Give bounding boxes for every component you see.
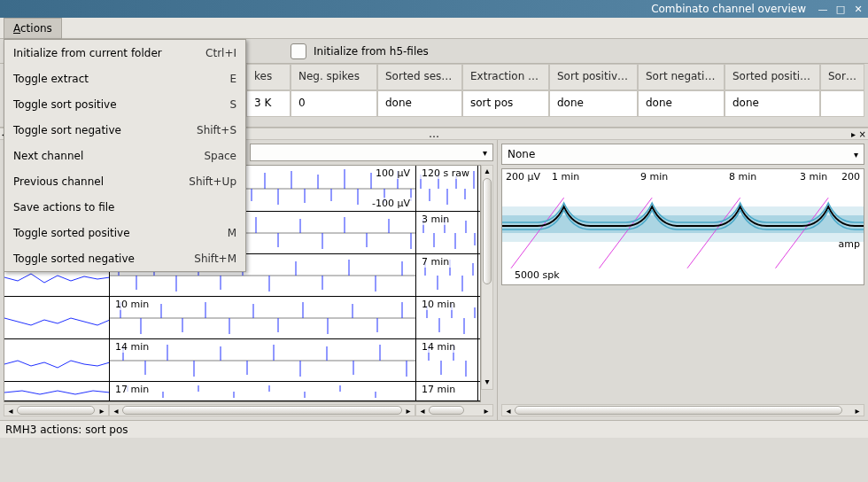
td-extraction-action: sort pos [462,90,549,117]
dd-shortcut: Shift+M [194,253,236,265]
amp-label: amp [839,238,860,250]
uv-label-pos: 100 µV [374,167,412,179]
spk-count-label: 5000 spk [515,269,560,281]
tick-label: 9 min [640,171,668,183]
th-extraction-action[interactable]: Extraction act [462,64,549,90]
dd-label: Toggle extract [13,73,229,85]
density-plot-icon [502,169,864,284]
td-sort-negative: done [638,90,725,117]
td-neg-spikes: 0 [291,90,377,117]
left-hscroll-1[interactable]: ◂▸ [4,404,109,416]
chevron-right-icon[interactable]: ▸ [96,406,108,416]
waveform-icon [4,339,109,381]
waveform-icon [4,297,109,338]
mini-time-label: 17 min [420,384,457,395]
dd-initialize-folder[interactable]: Initialize from current folder Ctrl+I [4,40,245,66]
mini-time-label: 10 min [420,299,457,310]
td-spikes: 3 K [246,90,291,117]
left-vscroll[interactable]: ▴ ▾ [481,165,493,390]
yaxis-bot-label: 200 [841,171,860,183]
dd-shortcut: M [228,227,236,239]
uv-label-neg: -100 µV [370,198,412,209]
status-bar: RMH3 actions: sort pos [0,420,868,438]
dd-label: Toggle sorted positive [13,227,228,239]
right-combo-value: None [508,148,535,160]
init-h5-checkbox[interactable] [291,43,306,59]
dd-toggle-sorted-positive[interactable]: Toggle sorted positive M [4,220,245,245]
chevron-down-icon[interactable]: ▾ [482,377,492,389]
maximize-icon[interactable]: □ [834,3,847,15]
chevron-up-icon[interactable]: ▴ [482,166,492,178]
chevron-down-icon: ▾ [483,148,487,158]
th-neg-spikes[interactable]: Neg. spikes [291,64,377,90]
minimize-icon[interactable]: — [817,3,829,15]
dd-toggle-extract[interactable]: Toggle extract E [4,66,245,91]
title-bar: Combinato channel overview — □ ✕ [0,0,868,18]
left-combo[interactable]: ▾ [250,144,493,161]
actions-menu[interactable]: Actions [4,18,62,39]
td-sorted-session: done [377,90,462,117]
left-hscroll-3[interactable]: ◂▸ [415,404,493,416]
chevron-right-icon[interactable]: ▸ [402,406,415,416]
time-label: 10 min [113,299,151,310]
raw-label: 120 s raw [420,167,471,179]
chevron-right-icon[interactable]: ▸ [851,406,864,416]
yaxis-top-label: 200 µV [506,171,540,183]
th-sorted-negative[interactable]: Sorted [820,64,864,90]
dd-label: Toggle sort positive [13,98,229,111]
dd-toggle-sort-negative[interactable]: Toggle sort negative Shift+S [4,117,245,143]
spike-trace-icon [110,382,415,400]
tick-label: 3 min [800,171,827,183]
close-icon[interactable]: ✕ [852,3,864,15]
dd-shortcut: Shift+Up [189,175,236,188]
mini-time-label: 3 min [420,214,451,225]
dd-shortcut: Space [204,150,236,162]
right-combo[interactable]: None ▾ [501,144,864,165]
th-sort-negative[interactable]: Sort negative [638,64,725,90]
dd-shortcut: Ctrl+I [205,47,236,59]
right-hscroll[interactable]: ◂ ▸ [501,404,864,416]
status-text: RMH3 actions: sort pos [5,424,128,436]
actions-menu-label: ctions [20,22,52,35]
th-spikes[interactable]: kes [246,64,291,90]
dd-shortcut: S [229,98,236,111]
dd-previous-channel[interactable]: Previous channel Shift+Up [4,168,245,194]
chevron-left-icon[interactable]: ◂ [4,406,17,416]
dd-label: Toggle sort negative [13,124,197,136]
ellipsis-label: … [429,128,439,140]
chevron-left-icon[interactable]: ◂ [416,406,429,416]
dd-save-actions[interactable]: Save actions to file [4,194,245,220]
dd-toggle-sort-positive[interactable]: Toggle sort positive S [4,91,245,117]
tick-label: 8 min [729,171,756,183]
chevron-left-icon[interactable]: ◂ [502,406,515,416]
actions-dropdown: Initialize from current folder Ctrl+I To… [4,39,246,272]
dd-toggle-sorted-negative[interactable]: Toggle sorted negative Shift+M [4,245,245,271]
chevron-right-icon[interactable]: ▸ [480,406,492,416]
chevron-left-icon[interactable]: ◂ [110,406,122,416]
mini-time-label: 7 min [420,256,451,268]
right-plot-area[interactable]: 200 µV 1 min 9 min 8 min 3 min 200 amp 5… [501,168,864,285]
dd-label: Previous channel [13,175,189,188]
chevron-down-icon: ▾ [854,150,858,159]
spike-trace-icon [110,297,415,338]
dd-next-channel[interactable]: Next channel Space [4,143,245,168]
td-sort-positive: done [549,90,638,117]
dd-label: Next channel [13,150,204,162]
th-sorted-session[interactable]: Sorted session [377,64,462,90]
dd-label: Toggle sorted negative [13,253,194,265]
th-sorted-positive[interactable]: Sorted positive [725,64,820,90]
time-label: 14 min [113,341,151,353]
left-hscroll-2[interactable]: ◂▸ [109,404,415,416]
dd-label: Save actions to file [13,201,236,214]
time-label: 17 min [113,384,151,395]
td-sorted-negative [820,90,864,117]
th-sort-positive[interactable]: Sort positive a [549,64,638,90]
init-h5-label: Initialize from h5-files [314,45,429,58]
spike-trace-icon [110,339,415,381]
waveform-icon [4,382,109,400]
close-icon[interactable]: × [859,129,866,139]
chevron-right-icon[interactable]: ▸ [851,129,856,139]
dd-shortcut: Shift+S [197,124,236,136]
right-pane: None ▾ 200 µV 1 min [498,140,868,420]
dd-label: Initialize from current folder [13,47,205,59]
